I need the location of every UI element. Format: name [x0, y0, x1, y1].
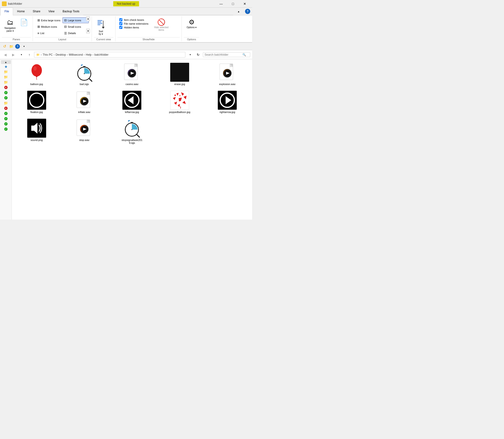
sidebar-folder-1[interactable]: 📁 — [1, 69, 11, 74]
nav-pane-icon: 🗂 — [7, 18, 13, 26]
preview-pane-btn[interactable]: 📄 — [18, 17, 30, 28]
recent-locations-btn[interactable]: ▾ — [18, 51, 25, 58]
rightarrow-name: rightarrow.jpg — [220, 111, 235, 113]
tab-home[interactable]: Home — [13, 8, 29, 15]
stopsignal-svg — [122, 119, 141, 138]
sort-by-btn[interactable]: Sortby ▾ — [95, 17, 107, 36]
inflate-svg — [75, 91, 94, 110]
sidebar-badge-green-4: ✓ — [1, 116, 11, 121]
up-btn[interactable]: ↑ — [26, 51, 33, 58]
sidebar-folder-4[interactable]: 📁 — [1, 101, 11, 105]
layout-scroll-down[interactable]: ▼ — [86, 29, 90, 33]
sidebar-badge-green-2: ✓ — [1, 96, 11, 100]
file-explosion[interactable]: explosion.wav — [205, 61, 250, 87]
casino-name: casino.wav — [126, 83, 138, 85]
breadcrumb-batchfolder[interactable]: batchfolder — [94, 53, 108, 56]
forward-btn[interactable]: ▶ — [10, 51, 17, 58]
breadcrumb-millisecond[interactable]: Millisecond — [69, 53, 83, 56]
refresh-btn[interactable]: ↻ — [195, 51, 201, 58]
file-casino[interactable]: casino.wav — [109, 61, 155, 87]
file-extensions-label: File name extensions — [124, 22, 148, 25]
qa-dropdown-btn[interactable]: ▾ — [21, 44, 26, 49]
layout-list[interactable]: ≡ List — [36, 30, 62, 36]
svg-marker-38 — [128, 96, 133, 104]
minimize-button[interactable]: — — [216, 0, 227, 8]
rightarrow-bg — [218, 91, 237, 110]
file-extensions-option[interactable]: File name extensions — [119, 22, 148, 25]
layout-scroll-up[interactable]: ▲ — [86, 16, 90, 21]
erase-black-bg — [170, 63, 189, 82]
qa-undo-btn[interactable]: ↺ — [2, 44, 7, 49]
sidebar-scroll-up[interactable]: ▲ — [1, 60, 11, 64]
search-icon[interactable]: 🔍 — [242, 53, 246, 56]
bart-svg — [75, 63, 94, 82]
file-leftarrow[interactable]: leftarrow.jpg — [109, 89, 155, 115]
file-rightarrow[interactable]: rightarrow.jpg — [205, 89, 250, 115]
inflate-icon — [75, 91, 94, 110]
file-erase[interactable]: erase.jpg — [157, 61, 202, 87]
hidden-items-input[interactable] — [119, 26, 122, 29]
layout-medium[interactable]: ⊞ Medium icons — [36, 24, 62, 30]
navigation-pane-btn[interactable]: 🗂 Navigationpane ▾ — [3, 17, 17, 34]
file-bart[interactable]: bart.iqjs — [61, 61, 107, 87]
qa-help-btn[interactable]: ? — [15, 44, 20, 49]
fixation-svg — [28, 92, 45, 109]
file-stop[interactable]: stop.wav — [61, 117, 107, 146]
item-checkboxes-option[interactable]: Item check boxes — [119, 18, 148, 21]
tab-view[interactable]: View — [44, 8, 59, 15]
green-badge-2: ✓ — [4, 96, 8, 99]
green-badge-3: ✓ — [4, 112, 8, 115]
hidden-items-option[interactable]: Hidden items — [119, 26, 148, 29]
item-checkboxes-input[interactable] — [119, 18, 122, 21]
sidebar-star[interactable]: ★ — [1, 64, 11, 69]
tab-file[interactable]: File — [0, 8, 13, 15]
file-poppedballoon[interactable]: poppedballoon.jpg — [157, 89, 202, 115]
inflate-name: inflate.wav — [78, 111, 90, 113]
sidebar-folder-3[interactable]: 📁 — [1, 80, 11, 85]
layout-extra-large[interactable]: ⊞ Extra large icons — [36, 17, 62, 23]
item-checkboxes-label: Item check boxes — [124, 18, 144, 21]
green-badge-6: ✓ — [4, 127, 8, 131]
file-fixation[interactable]: fixation.jpg — [14, 89, 59, 115]
breadcrumb-thispc[interactable]: This PC — [43, 53, 53, 56]
file-stopsignal[interactable]: stopsignaltask2019.iqjs — [109, 117, 155, 146]
green-badge-4: ✓ — [4, 117, 8, 120]
layout-large[interactable]: ⊟ Large icons — [62, 17, 89, 23]
stopsignal-name: stopsignaltask2019.iqjs — [121, 139, 142, 144]
stop-icon — [75, 119, 94, 138]
tab-share[interactable]: Share — [29, 8, 44, 15]
sound-name: sound.png — [31, 139, 43, 141]
help-btn[interactable]: ? — [245, 9, 250, 14]
ribbon-collapse-btn[interactable]: ▲ — [233, 8, 244, 15]
sound-icon — [27, 119, 46, 138]
hide-selected-label: Hide selecteditems — [154, 26, 169, 31]
file-inflate[interactable]: inflate.wav — [61, 89, 107, 115]
breadcrumb-help[interactable]: Help — [86, 53, 92, 56]
ribbon-section-layout: ⊞ Extra large icons ⊟ Large icons ⊞ Medi… — [33, 16, 92, 41]
search-input[interactable] — [205, 53, 242, 56]
layout-details[interactable]: ☰ Details — [62, 30, 89, 36]
file-extensions-input[interactable] — [119, 22, 122, 25]
sidebar-folder-2[interactable]: 📁 — [1, 75, 11, 79]
sound-bg — [27, 119, 46, 138]
hide-selected-icon: 🚫 — [157, 18, 165, 26]
close-button[interactable]: ✕ — [239, 0, 250, 8]
maximize-button[interactable]: □ — [227, 0, 238, 8]
hide-selected-btn[interactable]: 🚫 Hide selecteditems — [152, 17, 170, 32]
options-btn[interactable]: ⚙ Options ▾ — [185, 17, 198, 30]
sidebar-badge-green-5: ✓ — [1, 122, 11, 126]
red-badge-2: ● — [4, 107, 8, 110]
file-balloon[interactable]: balloon.jpg — [14, 61, 59, 87]
svg-marker-5 — [102, 27, 105, 29]
preview-icon: 📄 — [20, 18, 28, 26]
folder-icon-1: 📁 — [4, 70, 8, 74]
layout-small[interactable]: ⊟ Small icons — [62, 24, 89, 30]
balloon-icon — [27, 63, 46, 82]
qa-folder-btn[interactable]: 📁 — [9, 44, 14, 49]
tab-backup[interactable]: Backup Tools — [59, 8, 83, 15]
back-btn[interactable]: ◀ — [2, 51, 9, 58]
file-sound[interactable]: sound.png — [14, 117, 59, 146]
ribbon-content: 🗂 Navigationpane ▾ 📄 Panes ⊞ Extra large… — [0, 15, 252, 43]
dropdown-btn[interactable]: ▾ — [187, 51, 193, 58]
breadcrumb-desktop[interactable]: Desktop — [56, 53, 66, 56]
